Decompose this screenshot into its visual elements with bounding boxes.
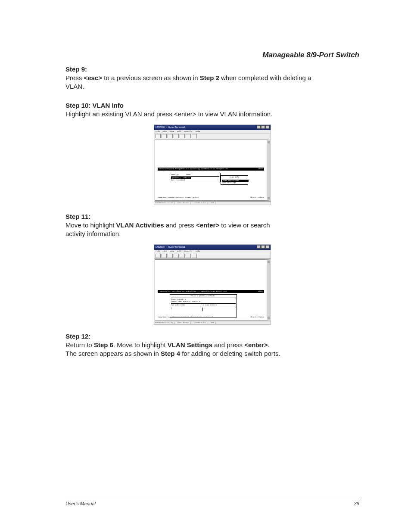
cell: Default <box>183 177 190 179</box>
scrollbar-thumb <box>268 317 270 319</box>
enter-key: <enter> <box>196 221 219 229</box>
breadcrumb: ~ment/Advanced Management/L2 Switching D… <box>159 168 228 170</box>
menu-item: File <box>156 131 160 132</box>
terminal-screenshot-2: LTS2600 - HyperTerminal File Edit View C… <box>154 244 271 325</box>
cell: (0x0002) <box>177 179 185 181</box>
status-item: 115200 8-N-1 <box>193 202 208 204</box>
step-10-body: Highlight an existing VLAN and press <en… <box>65 110 359 118</box>
page-number: 38 <box>354 501 359 506</box>
col-header: VLAN ID <box>171 174 179 175</box>
text: activity information. <box>65 230 121 237</box>
vlan-activities-label: VLAN Activities <box>116 221 164 229</box>
step-ref: Step 2 <box>200 74 219 81</box>
text: VLAN. <box>65 83 84 90</box>
text: to view or search <box>219 221 270 229</box>
key-hints: <UpArrow><DownArrow><Tab>Move <Enter>Vie… <box>158 316 213 318</box>
mac-count: |Total MAC Address Count: 0 <box>171 301 236 303</box>
app-title: LTS2600 - HyperTerminal <box>156 246 185 249</box>
col-mac: MAC Addresses <box>171 304 203 306</box>
menu-item: Edit <box>163 131 167 132</box>
text: Return to <box>65 341 94 348</box>
text: and press <box>164 221 196 229</box>
step-12-body: Return to Step 6. Move to highlight VLAN… <box>65 341 359 358</box>
esc-hint: <ESC>Previous <box>250 316 264 318</box>
breadcrumb: ~agement/L2 Switching DataBase/VLAN Pers… <box>159 290 227 292</box>
user-label: admin <box>258 168 263 170</box>
menu-item: Edit <box>163 250 167 252</box>
cell: (0x0001) <box>172 177 181 179</box>
window-titlebar: LTS2600 - HyperTerminal <box>154 245 271 250</box>
text: . <box>268 341 269 348</box>
step-ref: Step 4 <box>161 350 180 357</box>
panel-title: VLAN Info <box>222 176 247 178</box>
window-toolbar <box>154 253 271 259</box>
page-footer: User's Manual 38 <box>65 499 359 506</box>
activities-box: VLAN 1 (0x001) Default |Port Count: 3 |T… <box>170 294 237 317</box>
terminal-screenshot-1: LTS2600 - HyperTerminal File Edit View C… <box>154 124 271 205</box>
status-item: NUM <box>211 322 216 324</box>
esc-key: <esc> <box>84 74 103 81</box>
window-menubar: File Edit View Call Transfer Help <box>154 250 271 253</box>
window-buttons <box>256 125 269 130</box>
step-10-heading: Step 10: VLAN Info <box>65 102 359 109</box>
vlan-row: (1) (0x0002) <box>171 179 219 181</box>
text: to a previous screen as shown in <box>102 74 200 81</box>
text: and press <box>212 341 244 348</box>
step-9-body: Press <esc> to a previous screen as show… <box>65 74 359 91</box>
menu-item: Transfer <box>184 250 193 252</box>
menu-item: View <box>170 250 174 252</box>
page-header: Manageable 8/9-Port Switch <box>65 51 359 59</box>
menu-item: Transfer <box>184 131 193 132</box>
footer-left: User's Manual <box>65 501 96 506</box>
app-title: LTS2600 - HyperTerminal <box>156 126 185 129</box>
step-11-body: Move to highlight VLAN Activities and pr… <box>65 221 359 239</box>
text: The screen appears as shown in <box>65 350 161 357</box>
status-item: Connected 0:04:34 <box>155 322 175 324</box>
menu-item: File <box>156 250 160 252</box>
status-item: 115200 8-N-1 <box>193 322 208 324</box>
status-item: Connected 0:04:34 <box>155 202 175 204</box>
window-toolbar <box>154 134 271 139</box>
text: Press <box>65 74 84 81</box>
text: for adding or deleting switch ports. <box>180 350 280 357</box>
help-bar: <UpArrow><DownArrow>Menu <Enter>Select <… <box>158 196 264 199</box>
window-menubar: File Edit View Call Transfer Help <box>154 130 271 134</box>
step-9-heading: Step 9: <box>65 65 359 73</box>
vlan-list-box: VLAN ID Name (0x0001) Default (1) (0x000… <box>170 173 221 182</box>
window-buttons <box>256 245 269 249</box>
breadcrumb-bar: ~agement/L2 Switching DataBase/VLAN Pers… <box>158 290 264 293</box>
scrollbar-thumb <box>268 141 270 143</box>
menu-item: Call <box>177 250 181 252</box>
user-label: admin <box>258 290 263 292</box>
status-item: NUM <box>211 202 216 204</box>
menu-item: View <box>170 131 174 132</box>
help-bar: <UpArrow><DownArrow><Tab>Move <Enter>Vie… <box>158 316 264 318</box>
breadcrumb-bar: ~ment/Advanced Management/L2 Switching D… <box>158 168 264 171</box>
vlan-info-panel: VLAN Info VLAN Activities VLAN Settings <box>221 175 248 185</box>
text: Move to highlight <box>65 221 116 229</box>
window-titlebar: LTS2600 - HyperTerminal <box>154 125 271 130</box>
box-title: VLAN 1 (0x001) Default <box>171 295 236 297</box>
status-bar: Connected 0:04:34 Auto detect 115200 8-N… <box>154 201 271 205</box>
text: when completed with deleting a <box>219 74 311 81</box>
col-domain: VLAN Domain <box>203 304 236 306</box>
step-11-heading: Step 11: <box>65 213 359 220</box>
esc-hint: <ESC>Previous <box>250 196 264 199</box>
col-header: Name <box>186 174 190 175</box>
status-item: Auto detect <box>177 322 191 324</box>
status-item: Auto detect <box>177 202 191 204</box>
step-12-heading: Step 12: <box>65 333 359 340</box>
menu-item: Help <box>196 131 200 132</box>
key-hints: <UpArrow><DownArrow>Menu <Enter>Select <box>158 196 199 199</box>
scrollbar-thumb <box>268 197 270 199</box>
step-ref: Step 6 <box>94 341 113 348</box>
status-bar: Connected 0:04:34 Auto detect 115200 8-N… <box>154 321 271 324</box>
text: . Move to highlight <box>113 341 168 348</box>
menu-item: Call <box>177 131 181 132</box>
vlan-settings-label: VLAN Settings <box>168 341 212 348</box>
enter-key: <enter> <box>244 341 268 348</box>
menu-item-settings: VLAN Settings <box>222 182 247 184</box>
menu-item: Help <box>196 250 200 252</box>
scrollbar-thumb <box>268 261 270 263</box>
